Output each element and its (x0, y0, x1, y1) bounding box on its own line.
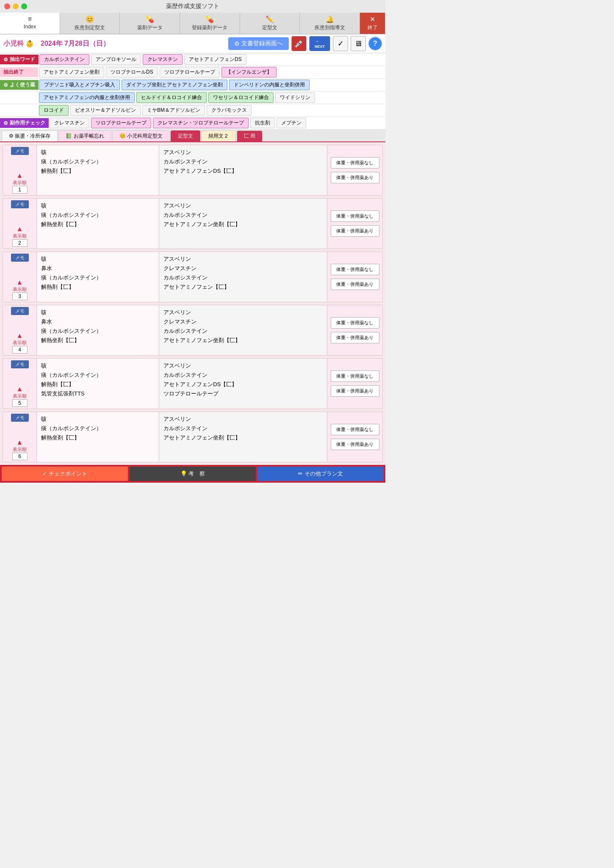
extract-btn-acetaminophen-ds[interactable]: アセトアミノフェンDS (184, 54, 246, 65)
header-row: 小児科 👶 2024年 7月28日（日） ⚙ 文書登録画面へ 💉 →NEXT ✓… (0, 34, 385, 53)
extract-end-btn-acetaminophen-supp[interactable]: アセトアミノフェン坐剤 (39, 67, 104, 77)
card-right-4: 体重・併用薬なし 体重・併用薬あり (327, 305, 382, 355)
common-btn-acetaminophen-supp2[interactable]: アセトアミノフェンの内服と坐剤併用 (39, 92, 135, 103)
gear-tab-icon: ⚙ (9, 133, 15, 139)
extract-end-btn-tulobuterol-ds[interactable]: ツロブテロールDS (106, 67, 158, 77)
side-effect-btn-combined[interactable]: クレマスチン・ツロブテロールテープ (153, 118, 249, 128)
common-btn-clavamox[interactable]: クラバモックス (207, 105, 252, 116)
check-btn[interactable]: ✓ (333, 36, 348, 51)
gear-icon3: ⚙ (3, 120, 8, 126)
order-label-6: 表示順 (13, 446, 27, 453)
order-icon-2: ▲ (17, 225, 23, 233)
memo-button-4[interactable]: メモ (11, 307, 29, 315)
memo-button-5[interactable]: メモ (11, 360, 29, 368)
page-tab-pediatric-fixed[interactable]: 😊 小児科用定型文 (112, 130, 170, 141)
order-label-2: 表示順 (13, 233, 27, 239)
page-tab-cold-storage[interactable]: ⚙ 振盪・冷所保存 (2, 130, 58, 141)
common-drug-row2: アセトアミノフェンの内服と坐剤併用 ヒルドイド＆ロコイド練合 ワセリン＆ロコイド… (0, 91, 385, 104)
tab-disease-fixed-label: 疾患別定型文 (75, 24, 105, 31)
common-btn-widecillin[interactable]: ワイドシリン (275, 92, 315, 103)
btn-with-concomitant-5[interactable]: 体重・併用薬あり (331, 385, 379, 397)
btn-no-concomitant-5[interactable]: 体重・併用薬なし (331, 370, 379, 382)
other-plan-button[interactable]: ✏ その他プラン文 (257, 467, 384, 481)
common-btn-hirudoid-locoid[interactable]: ヒルドイド＆ロコイド練合 (136, 92, 207, 103)
memo-button-2[interactable]: メモ (11, 200, 29, 208)
extract-end-btn-tulobuterol-tape[interactable]: ツロブテロールテープ (160, 67, 220, 77)
side-effect-btn-antibiotic[interactable]: 抗生剤 (250, 118, 275, 128)
tab-disease-fixed[interactable]: 😊 疾患別定型文 (60, 13, 120, 34)
memo-button-1[interactable]: メモ (11, 147, 29, 155)
btn-with-concomitant-4[interactable]: 体重・併用薬あり (331, 332, 379, 343)
btn-with-concomitant-2[interactable]: 体重・併用薬あり (331, 225, 379, 237)
card-row-6: メモ ▲ 表示順 6 咳 痰（カルボシステイン） 解熱坐剤【匸】 アスベリン カ… (3, 412, 383, 462)
page-tab-medicine-book[interactable]: 📗 お薬手帳忘れ (58, 130, 111, 141)
extract-btn-ambroxol[interactable]: アンブロキソール (91, 54, 141, 65)
btn-no-concomitant-1[interactable]: 体重・併用薬なし (331, 157, 379, 169)
minimize-button[interactable] (13, 3, 19, 9)
common-btn-domperidone[interactable]: ドンペリドンの内服と坐剤併用 (229, 80, 310, 90)
common-label: ⚙ よく使う薬 (0, 80, 39, 90)
end-icon: ✕ (370, 15, 375, 23)
title-bar: 薬歴作成支援ソフト (0, 0, 385, 13)
card-row-5: メモ ▲ 表示順 5 咳 痰（カルボシステイン） 解熱剤【匸】 気管支拡張剤TT… (3, 358, 383, 409)
side-effect-btn-meptin[interactable]: メプチン (277, 118, 306, 128)
tab-drug-data[interactable]: 💊 薬剤データ (120, 13, 180, 34)
common-btn-pulmicort-meptin[interactable]: プデソニド吸入とメプチン吸入 (39, 80, 120, 90)
btn-no-concomitant-4[interactable]: 体重・併用薬なし (331, 317, 379, 329)
extract-end-row: 抽出終了 アセトアミノフェン坐剤 ツロブテロールDS ツロブテロールテープ 【イ… (0, 66, 385, 79)
common-btn-biosthree-adsorbin[interactable]: ビオスリー＆アドソルビン (70, 105, 141, 116)
extract-btn-carbocisteine[interactable]: カルボシステイン (39, 54, 89, 65)
btn-with-concomitant-3[interactable]: 体重・併用薬あり (331, 279, 379, 290)
maximize-button[interactable] (21, 3, 27, 9)
btn-no-concomitant-6[interactable]: 体重・併用薬なし (331, 424, 379, 435)
memo-button-3[interactable]: メモ (11, 254, 29, 262)
page-tab-freq2[interactable]: 頻用文２ (201, 130, 236, 141)
order-num-1: 1 (12, 186, 28, 194)
card-symptoms-5: 咳 痰（カルボシステイン） 解熱剤【匸】 気管支拡張剤TTS (37, 359, 159, 409)
page-tab-fixed-text[interactable]: 定型文 (171, 130, 200, 141)
page-tabs: ⚙ 振盪・冷所保存 📗 お薬手帳忘れ 😊 小児科用定型文 定型文 頻用文２ 匸 … (0, 130, 385, 142)
extract-word-row: ⚙ 抽出ワード カルボシステイン アンブロキソール クレマスチン アセトアミノフ… (0, 53, 385, 66)
doc-reg-button[interactable]: ⚙ 文書登録画面へ (228, 37, 289, 50)
card-prescription-2: アスベリン カルボシステイン アセトアミノフェン坐剤【匸】 (159, 199, 327, 249)
extract-end-btn-influenza[interactable]: 【インフルエンザ】 (221, 67, 277, 77)
btn-with-concomitant-6[interactable]: 体重・併用薬あり (331, 439, 379, 450)
common-btn-vaseline-locoid[interactable]: ワセリン＆ロコイド練合 (208, 92, 274, 103)
tab-end[interactable]: ✕ 終了 (360, 13, 385, 34)
side-effect-row: ⚙ 副作用チェック クレマスチン ツロブテロールテープ クレマスチン・ツロブテロ… (0, 117, 385, 130)
gear-icon: ⚙ (3, 57, 8, 63)
order-icon-3: ▲ (17, 279, 23, 286)
card-symptoms-6: 咳 痰（カルボシステイン） 解熱坐剤【匸】 (37, 412, 159, 462)
window-controls (4, 3, 27, 9)
side-effect-btn-tulobuterol-tape[interactable]: ツロブテロールテープ (91, 118, 151, 128)
common-btn-locoid[interactable]: ロコイド (39, 105, 69, 116)
btn-no-concomitant-2[interactable]: 体重・併用薬なし (331, 210, 379, 222)
monitor-btn[interactable]: 🖥 (351, 36, 366, 51)
tab-fixed-text[interactable]: ✏️ 定型文 (240, 13, 300, 34)
side-effect-label: ⚙ 副作用チェック (0, 118, 49, 128)
order-num-5: 5 (12, 399, 28, 407)
btn-with-concomitant-1[interactable]: 体重・併用薬あり (331, 172, 379, 183)
order-icon-4: ▲ (17, 332, 23, 340)
page-tab-usage[interactable]: 匸 用 (237, 130, 263, 141)
card-left-1: メモ ▲ 表示順 1 (3, 145, 37, 195)
syringe-icon-btn[interactable]: 💉 (291, 36, 307, 51)
extract-btn-clemastine[interactable]: クレマスチン (143, 54, 183, 65)
card-right-6: 体重・併用薬なし 体重・併用薬あり (327, 412, 382, 462)
memo-button-6[interactable]: メモ (11, 414, 29, 422)
tab-reg-drug[interactable]: 💊 登録薬剤データ (180, 13, 240, 34)
common-btn-miyabm-adsorbin[interactable]: ミヤBM＆アドソルビン (142, 105, 205, 116)
common-drug-row1: ⚙ よく使う薬 プデソニド吸入とメプチン吸入 ダイアップ坐剤とアセトアミノフェン… (0, 79, 385, 91)
btn-no-concomitant-3[interactable]: 体重・併用薬なし (331, 264, 379, 275)
side-effect-btn-clemastine[interactable]: クレマスチン (50, 118, 89, 128)
tab-disease-guide-label: 疾患別指導文 (315, 24, 345, 31)
common-btn-diazepam-acetaminophen[interactable]: ダイアップ坐剤とアセトアミノフェン坐剤 (122, 80, 227, 90)
tab-disease-guide[interactable]: 🔔 疾患別指導文 (300, 13, 360, 34)
order-num-6: 6 (12, 453, 28, 460)
checkpoint-button[interactable]: ✓ チェクポイント (2, 467, 128, 481)
help-btn[interactable]: ? (368, 37, 382, 50)
next-btn[interactable]: →NEXT (309, 36, 330, 51)
tab-index[interactable]: ≡ Index (0, 13, 60, 34)
consideration-button[interactable]: 💡 考 察 (130, 467, 256, 481)
close-button[interactable] (4, 3, 10, 9)
